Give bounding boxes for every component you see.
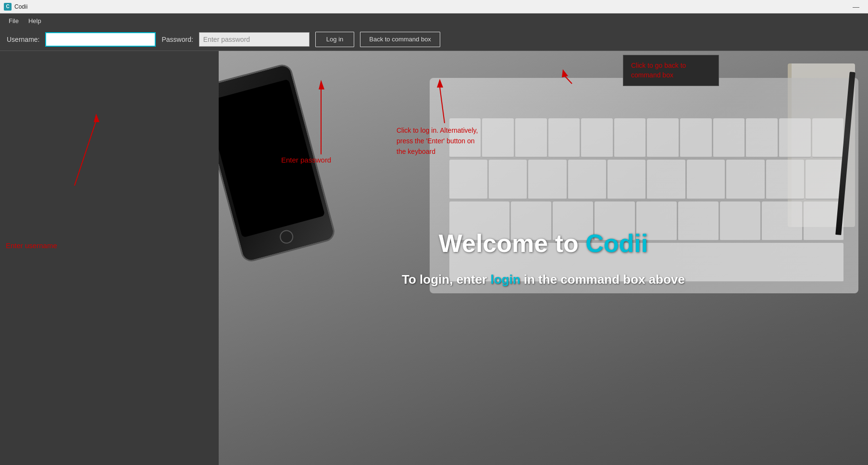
username-label: Username: [7,36,39,43]
title-bar-controls: — [848,0,864,13]
welcome-subtitle: To login, enter login in the command box… [402,272,685,287]
password-label: Password: [161,36,193,43]
annotation-back-tooltip: Click to go back to command box [623,55,719,86]
main-area: Enter username [0,51,868,465]
app-title: Codii [14,3,27,10]
svg-line-0 [74,121,96,186]
phone-home-button [278,228,295,245]
menu-file[interactable]: File [4,15,24,26]
welcome-title: Welcome to Codii [402,229,685,258]
password-input[interactable] [199,32,310,47]
back-to-command-box-button[interactable]: Back to command box [360,32,440,47]
welcome-subtitle-brand: login [490,272,520,287]
right-panel: Click to go back to command box Enter pa… [219,51,868,465]
welcome-title-text1: Welcome to [439,229,585,257]
welcome-section: Welcome to Codii To login, enter login i… [392,219,694,297]
welcome-title-brand: Codii [585,229,648,257]
username-input[interactable] [45,32,156,47]
minimize-button[interactable]: — [848,0,864,13]
svg-marker-1 [94,113,99,122]
login-button[interactable]: Log in [315,32,354,47]
title-bar: C Codii — [0,0,868,13]
welcome-subtitle-text2: in the command box above [521,272,685,287]
left-panel: Enter username [0,51,219,465]
title-bar-left: C Codii [4,3,27,11]
welcome-subtitle-text1: To login, enter [402,272,490,287]
app-icon: C [4,3,12,11]
menu-help[interactable]: Help [24,15,46,26]
menu-bar: File Help [0,13,868,28]
toolbar: Username: Password: Log in Back to comma… [0,28,868,51]
annotation-back-text: Click to go back to command box [631,62,686,79]
annotation-enter-username: Enter username [6,241,57,250]
